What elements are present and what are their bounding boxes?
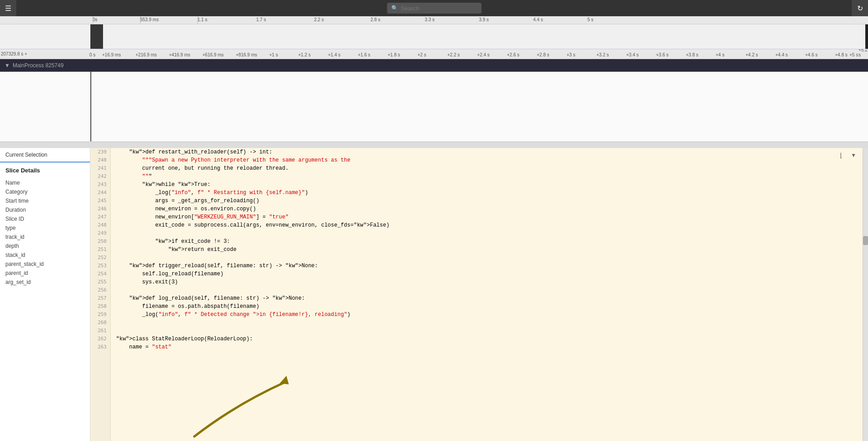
slice-detail-row: Start time bbox=[0, 196, 90, 205]
code-line: "kw">def trigger_reload(self, filename: … bbox=[116, 262, 857, 270]
line-number: 240 bbox=[90, 156, 110, 164]
ruler2-tick-13: +2.4 s bbox=[477, 52, 490, 57]
line-numbers: 2392402412422432442452462472482492502512… bbox=[90, 148, 111, 441]
ruler2-tick-18: +3.4 s bbox=[626, 52, 639, 57]
line-number: 254 bbox=[90, 270, 110, 278]
ruler2-tick-0: 0 s bbox=[89, 52, 95, 57]
menu-button[interactable]: ☰ bbox=[0, 0, 16, 16]
code-line bbox=[116, 254, 857, 262]
collapse-button[interactable]: ▼ bbox=[848, 150, 859, 161]
ruler2-tick-5: +816.9 ms bbox=[236, 52, 257, 57]
current-selection-label: Current Selection bbox=[5, 152, 47, 158]
slice-detail-row: type bbox=[0, 223, 90, 232]
code-line: _log("info", f" * Detected change ">in {… bbox=[116, 311, 857, 319]
scrollbar-thumb[interactable] bbox=[863, 236, 868, 245]
ruler-tick-0: 0s bbox=[93, 17, 98, 22]
ruler2-tick-14: +2.6 s bbox=[507, 52, 520, 57]
ruler2-tick-17: +3.2 s bbox=[596, 52, 609, 57]
slice-detail-row: arg_set_id bbox=[0, 278, 90, 287]
ruler2-tick-15: +2.8 s bbox=[537, 52, 549, 57]
code-line: """ bbox=[116, 172, 857, 181]
ruler2-tick-23: +4.4 s bbox=[775, 52, 788, 57]
ruler-tick-8: 4.4 s bbox=[533, 17, 543, 22]
search-input[interactable] bbox=[401, 5, 477, 12]
ruler2-tick-12: +2.2 s bbox=[447, 52, 460, 57]
ruler2-tick-25: +4.8 s bbox=[835, 52, 848, 57]
right-panel: ⌊ ▼ 239240241242243244245246247248249250… bbox=[90, 148, 868, 441]
ruler2-tick-7: +1.2 s bbox=[298, 52, 311, 57]
code-line: name = "stat" bbox=[116, 343, 857, 351]
slice-details-heading: Slice Details bbox=[0, 162, 90, 176]
code-line: "kw">def restart_with_reloader(self) -> … bbox=[116, 148, 857, 156]
slice-detail-row: track_id bbox=[0, 232, 90, 241]
line-number: 249 bbox=[90, 229, 110, 237]
left-panel: Current Selection Slice Details NameCate… bbox=[0, 148, 90, 441]
slice-detail-row: parent_id bbox=[0, 269, 90, 278]
slice-detail-row: Name bbox=[0, 178, 90, 187]
timeline-overview[interactable] bbox=[0, 24, 868, 49]
line-number: 262 bbox=[90, 335, 110, 343]
line-number: 251 bbox=[90, 246, 110, 254]
search-icon: 🔍 bbox=[391, 5, 398, 11]
ruler-tick-5: 2.8 s bbox=[371, 17, 380, 22]
line-number: 239 bbox=[90, 148, 110, 156]
track-area[interactable] bbox=[0, 72, 868, 142]
ruler2-tick-8: +1.4 s bbox=[328, 52, 341, 57]
ruler-tick-3: 1.7 s bbox=[256, 17, 266, 22]
horizontal-scrollbar[interactable] bbox=[0, 142, 868, 148]
ruler-tick-6: 3.3 s bbox=[425, 17, 435, 22]
bottom-panel: Current Selection Slice Details NameCate… bbox=[0, 148, 868, 441]
line-number: 257 bbox=[90, 294, 110, 302]
track-selection-bar bbox=[90, 72, 91, 141]
code-content[interactable]: "kw">def restart_with_reloader(self) -> … bbox=[111, 148, 863, 441]
ruler-tick-1: 553.9 ms bbox=[140, 17, 159, 22]
line-number: 255 bbox=[90, 278, 110, 286]
process-chevron-icon: ▼ bbox=[5, 62, 10, 69]
line-number: 263 bbox=[90, 343, 110, 351]
overview-selection bbox=[90, 24, 103, 49]
code-line bbox=[116, 286, 857, 294]
ruler2-tick-27: +5.2 s bbox=[859, 49, 868, 57]
slice-details-list: NameCategoryStart timeDurationSlice IDty… bbox=[0, 176, 90, 441]
line-number: 248 bbox=[90, 221, 110, 229]
slice-detail-row: Duration bbox=[0, 205, 90, 214]
ruler2-tick-1: +16.9 ms bbox=[102, 52, 121, 57]
ruler-tick-9: 5 s bbox=[587, 17, 593, 22]
ruler2-tick-26: +5 s bbox=[849, 52, 858, 57]
line-number: 252 bbox=[90, 254, 110, 262]
code-line: _log("info", f" * Restarting with {self.… bbox=[116, 189, 857, 197]
ruler2-tick-22: +4.2 s bbox=[746, 52, 758, 57]
ruler2-tick-9: +1.6 s bbox=[358, 52, 371, 57]
code-line: current one, but running the reloader th… bbox=[116, 164, 857, 172]
vertical-scrollbar[interactable] bbox=[863, 148, 868, 441]
code-line: exit_code = subprocess.call(args, env=ne… bbox=[116, 221, 857, 229]
process-header[interactable]: ▼ MainProcess 825749 bbox=[0, 59, 868, 72]
code-line: new_environ = os.environ.copy() bbox=[116, 205, 857, 213]
ruler2-tick-11: +2 s bbox=[418, 52, 426, 57]
ruler2-tick-3: +416.9 ms bbox=[169, 52, 190, 57]
start-time-label: 207329.8 s + bbox=[1, 51, 27, 56]
code-line: self.log_reload(filename) bbox=[116, 270, 857, 278]
overview-right-indicator bbox=[865, 24, 868, 49]
code-line: sys.exit(3) bbox=[116, 278, 857, 286]
ruler2-tick-21: +4 s bbox=[716, 52, 724, 57]
code-line bbox=[116, 327, 857, 335]
line-number: 260 bbox=[90, 319, 110, 327]
line-number: 253 bbox=[90, 262, 110, 270]
slice-detail-row: parent_stack_id bbox=[0, 260, 90, 269]
filter-icon[interactable]: ⌊ bbox=[835, 150, 846, 161]
line-number: 261 bbox=[90, 327, 110, 335]
slice-detail-row: depth bbox=[0, 241, 90, 251]
code-line: "kw">class StatReloaderLoop(ReloaderLoop… bbox=[116, 335, 857, 343]
code-line bbox=[116, 229, 857, 237]
slice-detail-row: Slice ID bbox=[0, 214, 90, 223]
ruler-tick-2: 1.1 s bbox=[197, 17, 207, 22]
line-number: 245 bbox=[90, 197, 110, 205]
refresh-button[interactable]: ↻ bbox=[852, 0, 868, 16]
line-number: 241 bbox=[90, 164, 110, 172]
line-number: 259 bbox=[90, 311, 110, 319]
current-selection-tab[interactable]: Current Selection bbox=[0, 148, 90, 162]
line-number: 258 bbox=[90, 302, 110, 311]
code-line: filename = os.path.abspath(filename) bbox=[116, 302, 857, 311]
ruler2-tick-6: +1 s bbox=[269, 52, 278, 57]
